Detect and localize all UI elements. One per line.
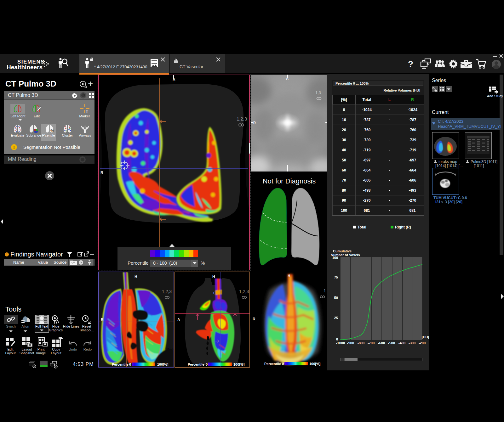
svg-text:-300: -300 xyxy=(409,341,415,345)
svg-text:1,2,3: 1,2,3 xyxy=(237,116,247,121)
svg-text:-700: -700 xyxy=(368,341,375,345)
svg-text:1,2,3: 1,2,3 xyxy=(239,289,249,294)
svg-text:-800: -800 xyxy=(358,341,364,345)
svg-text:-200: -200 xyxy=(419,341,426,345)
svg-text:25: 25 xyxy=(334,316,338,320)
svg-text:H: H xyxy=(288,274,290,278)
svg-text:R: R xyxy=(253,121,256,125)
svg-text:1,3: 1,3 xyxy=(315,90,321,95)
svg-text:[HU]: [HU] xyxy=(422,335,429,339)
svg-text:-600: -600 xyxy=(378,341,385,345)
svg-text:H: H xyxy=(212,274,215,279)
svg-text:-400: -400 xyxy=(398,341,405,345)
svg-text:75: 75 xyxy=(334,275,338,279)
svg-text:1,2,3: 1,2,3 xyxy=(162,289,172,294)
svg-text:H: H xyxy=(135,274,137,279)
svg-text:-500: -500 xyxy=(388,341,395,345)
svg-text:A: A xyxy=(177,318,180,322)
svg-text:R: R xyxy=(100,171,103,175)
svg-text:50: 50 xyxy=(334,296,338,300)
svg-text:-900: -900 xyxy=(347,341,354,345)
svg-text:R: R xyxy=(253,317,255,321)
svg-text:100: 100 xyxy=(332,256,338,260)
svg-text:R: R xyxy=(101,318,104,322)
svg-text:1: 1 xyxy=(324,288,326,293)
svg-text:-1000: -1000 xyxy=(336,341,345,345)
svg-text:0: 0 xyxy=(336,337,338,341)
